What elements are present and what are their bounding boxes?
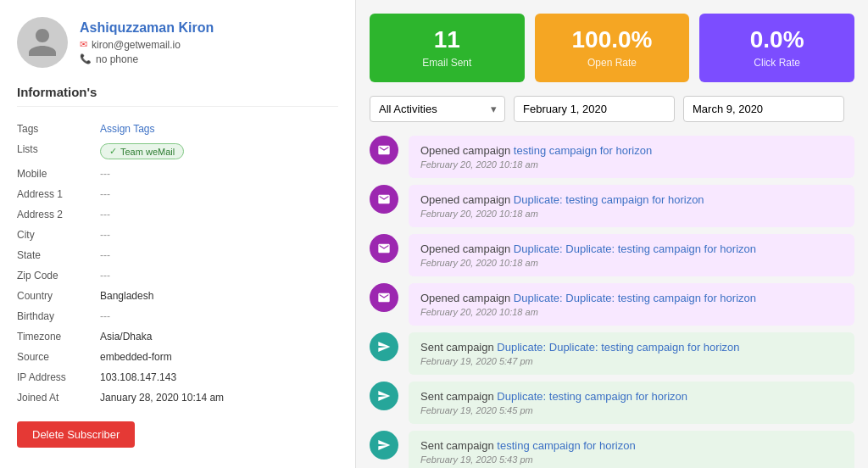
sent-icon-wrap bbox=[370, 382, 398, 410]
ip-row: IP Address 103.108.147.143 bbox=[17, 367, 338, 387]
state-label: State bbox=[17, 249, 93, 261]
profile-name: Ashiquzzaman Kiron bbox=[80, 20, 214, 36]
activity-card: Opened campaign Duplicate: testing campa… bbox=[409, 185, 854, 227]
activity-time: February 20, 2020 10:18 am bbox=[420, 209, 843, 219]
birthday-value: --- bbox=[100, 310, 110, 322]
delete-subscriber-button[interactable]: Delete Subscriber bbox=[17, 421, 135, 448]
click-rate-label: Click Rate bbox=[709, 57, 844, 69]
country-value: Bangladesh bbox=[100, 290, 153, 302]
activity-time: February 20, 2020 10:18 am bbox=[420, 258, 843, 268]
activity-card: Opened campaign Duplicate: Duplicate: te… bbox=[409, 283, 854, 326]
open-rate-label: Open Rate bbox=[545, 57, 680, 69]
activity-item: Opened campaign testing campaign for hor… bbox=[370, 136, 854, 178]
email-icon: ✉ bbox=[80, 39, 87, 50]
campaign-link[interactable]: testing campaign for horizon bbox=[514, 144, 652, 157]
activity-time: February 19, 2020 5:45 pm bbox=[420, 405, 843, 415]
activity-item: Opened campaign Duplicate: Duplicate: te… bbox=[370, 234, 854, 276]
joined-value: January 28, 2020 10:14 am bbox=[100, 392, 224, 404]
check-icon: ✓ bbox=[109, 146, 117, 157]
open-icon-wrap bbox=[370, 283, 398, 312]
activity-time: February 19, 2020 5:43 pm bbox=[420, 454, 843, 465]
activity-time: February 20, 2020 10:18 am bbox=[420, 307, 843, 317]
source-row: Source embedded-form bbox=[17, 347, 338, 367]
mobile-value: --- bbox=[100, 168, 110, 180]
email-sent-label: Email Sent bbox=[380, 57, 515, 69]
activity-list: Opened campaign testing campaign for hor… bbox=[370, 136, 854, 468]
date-from-input[interactable] bbox=[514, 96, 675, 122]
profile-phone: no phone bbox=[96, 53, 138, 65]
zip-value: --- bbox=[100, 270, 110, 281]
profile-email: kiron@getwemail.io bbox=[92, 39, 181, 51]
activity-action-text: Opened campaign Duplicate: testing campa… bbox=[420, 193, 843, 206]
right-panel: 11 Email Sent 100.0% Open Rate 0.0% Clic… bbox=[356, 0, 868, 468]
city-label: City bbox=[17, 229, 93, 241]
activity-action-text: Sent campaign Duplicate: Duplicate: test… bbox=[420, 341, 843, 354]
activity-card: Sent campaign testing campaign for horiz… bbox=[409, 431, 854, 468]
profile-header: Ashiquzzaman Kiron ✉ kiron@getwemail.io … bbox=[17, 17, 338, 68]
birthday-label: Birthday bbox=[17, 310, 93, 322]
date-to-input[interactable] bbox=[683, 96, 844, 122]
campaign-link[interactable]: Duplicate: testing campaign for horizon bbox=[514, 193, 704, 206]
campaign-link[interactable]: Duplicate: Duplicate: testing campaign f… bbox=[514, 292, 756, 304]
country-label: Country bbox=[17, 290, 93, 302]
activity-filter-wrap[interactable]: All Activities Opened Sent Clicked Bounc… bbox=[370, 96, 505, 122]
sent-icon-wrap bbox=[370, 431, 398, 460]
activity-card: Sent campaign Duplicate: Duplicate: test… bbox=[409, 332, 854, 375]
ip-value: 103.108.147.143 bbox=[100, 371, 176, 383]
activity-action-text: Opened campaign testing campaign for hor… bbox=[420, 144, 843, 157]
city-row: City --- bbox=[17, 225, 338, 245]
campaign-link[interactable]: Duplicate: Duplicate: testing campaign f… bbox=[514, 242, 756, 255]
city-value: --- bbox=[100, 229, 110, 241]
source-value: embedded-form bbox=[100, 351, 172, 363]
campaign-link[interactable]: Duplicate: Duplicate: testing campaign f… bbox=[497, 341, 739, 354]
profile-info: Ashiquzzaman Kiron ✉ kiron@getwemail.io … bbox=[80, 20, 214, 65]
activity-item: Opened campaign Duplicate: Duplicate: te… bbox=[370, 283, 854, 326]
phone-icon: 📞 bbox=[80, 53, 92, 64]
state-row: State --- bbox=[17, 245, 338, 265]
email-sent-count: 11 bbox=[380, 27, 515, 53]
activity-card: Opened campaign Duplicate: Duplicate: te… bbox=[409, 234, 854, 276]
ip-label: IP Address bbox=[17, 371, 93, 383]
activity-action-text: Sent campaign Duplicate: testing campaig… bbox=[420, 390, 843, 403]
address1-value: --- bbox=[100, 188, 110, 200]
joined-label: Joined At bbox=[17, 392, 93, 404]
campaign-link[interactable]: Duplicate: testing campaign for horizon bbox=[497, 390, 687, 403]
open-rate-value: 100.0% bbox=[545, 27, 680, 53]
click-rate-card: 0.0% Click Rate bbox=[699, 14, 854, 82]
lists-value: ✓ Team weMail bbox=[100, 143, 184, 159]
tags-row: Tags Assign Tags bbox=[17, 119, 338, 139]
open-icon-wrap bbox=[370, 234, 398, 263]
birthday-row: Birthday --- bbox=[17, 306, 338, 326]
address1-row: Address 1 --- bbox=[17, 184, 338, 204]
lists-row: Lists ✓ Team weMail bbox=[17, 139, 338, 164]
joined-row: Joined At January 28, 2020 10:14 am bbox=[17, 387, 338, 408]
state-value: --- bbox=[100, 249, 110, 261]
activity-action-text: Opened campaign Duplicate: Duplicate: te… bbox=[420, 292, 843, 304]
zip-label: Zip Code bbox=[17, 270, 93, 281]
address2-row: Address 2 --- bbox=[17, 204, 338, 225]
stats-row: 11 Email Sent 100.0% Open Rate 0.0% Clic… bbox=[370, 14, 854, 82]
email-sent-card: 11 Email Sent bbox=[370, 14, 525, 82]
open-rate-card: 100.0% Open Rate bbox=[535, 14, 690, 82]
open-icon-wrap bbox=[370, 185, 398, 214]
lists-label: Lists bbox=[17, 143, 93, 155]
activity-card: Opened campaign testing campaign for hor… bbox=[409, 136, 854, 178]
country-row: Country Bangladesh bbox=[17, 286, 338, 306]
sent-icon-wrap bbox=[370, 332, 398, 361]
activity-item: Sent campaign testing campaign for horiz… bbox=[370, 431, 854, 468]
activity-time: February 19, 2020 5:47 pm bbox=[420, 356, 843, 366]
open-icon-wrap bbox=[370, 136, 398, 164]
activity-item: Sent campaign Duplicate: Duplicate: test… bbox=[370, 332, 854, 375]
activity-action-text: Opened campaign Duplicate: Duplicate: te… bbox=[420, 242, 843, 255]
activity-filter-select[interactable]: All Activities Opened Sent Clicked Bounc… bbox=[370, 96, 505, 122]
assign-tags-link[interactable]: Assign Tags bbox=[100, 123, 154, 135]
list-badge: ✓ Team weMail bbox=[100, 143, 184, 159]
click-rate-value: 0.0% bbox=[709, 27, 844, 53]
campaign-link[interactable]: testing campaign for horizon bbox=[497, 439, 635, 452]
address2-label: Address 2 bbox=[17, 209, 93, 220]
mobile-label: Mobile bbox=[17, 168, 93, 180]
activity-time: February 20, 2020 10:18 am bbox=[420, 159, 843, 170]
filter-row: All Activities Opened Sent Clicked Bounc… bbox=[370, 96, 854, 122]
activity-item: Opened campaign Duplicate: testing campa… bbox=[370, 185, 854, 227]
section-title: Information's bbox=[17, 85, 338, 107]
